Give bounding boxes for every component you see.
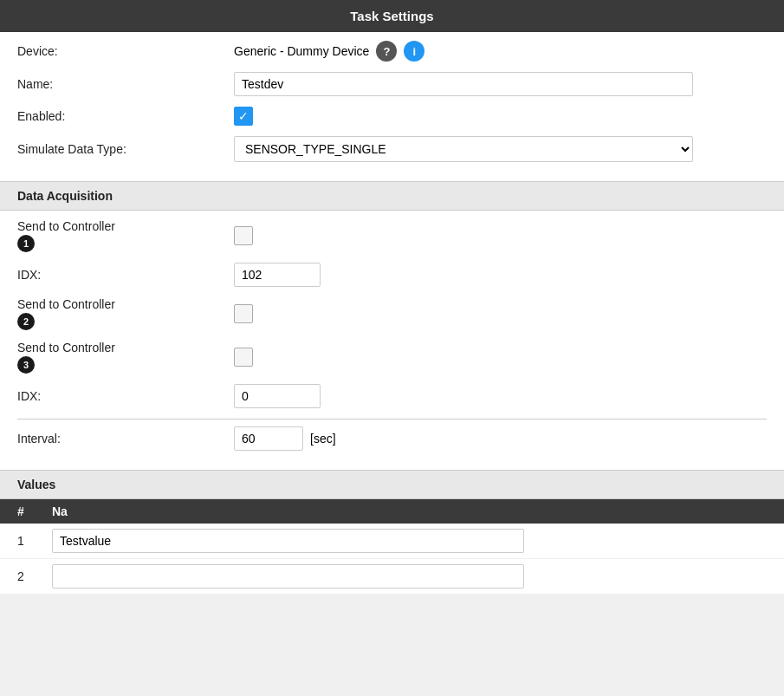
send3-row: Send to Controller 3: [17, 341, 767, 374]
simulate-data-type-select[interactable]: SENSOR_TYPE_SINGLE: [234, 136, 693, 162]
idx1-control: [234, 263, 321, 287]
simulate-data-type-control: SENSOR_TYPE_SINGLE: [234, 136, 693, 162]
send3-label-inner: Send to Controller 3: [17, 341, 234, 374]
question-icon[interactable]: ?: [376, 41, 397, 62]
send1-row: Send to Controller 1: [17, 219, 767, 252]
col-name-header: Na: [52, 504, 767, 518]
send1-checkbox[interactable]: [234, 226, 253, 245]
values-row-2: 2: [0, 559, 784, 595]
idx1-label: IDX:: [17, 268, 234, 282]
data-acquisition-section: Send to Controller 1 IDX: Send to Contro…: [0, 211, 784, 470]
values-table-header: # Na: [0, 499, 784, 524]
idx1-row: IDX:: [17, 263, 767, 287]
send3-control: [234, 348, 253, 367]
data-acquisition-header: Data Acquisition: [0, 181, 784, 211]
row-num-2: 2: [17, 569, 52, 583]
idx2-row: IDX:: [17, 384, 767, 408]
send2-control: [234, 304, 253, 323]
interval-input[interactable]: [234, 426, 303, 451]
name-row: Name:: [17, 72, 767, 96]
interval-unit: [sec]: [310, 432, 336, 446]
title-bar: Task Settings: [0, 0, 784, 32]
send2-badge: 2: [17, 313, 35, 330]
idx2-control: [234, 384, 321, 408]
name-control-area: [234, 72, 693, 96]
name-label: Name:: [17, 77, 234, 91]
row-num-1: 1: [17, 534, 52, 548]
device-row: Device: Generic - Dummy Device ? i: [17, 41, 767, 62]
checkmark-icon: ✓: [238, 109, 249, 123]
send1-label-inner: Send to Controller 1: [17, 219, 234, 252]
info-icon[interactable]: i: [404, 41, 424, 62]
name-input[interactable]: [234, 72, 693, 96]
interval-label: Interval:: [17, 432, 234, 446]
send2-row: Send to Controller 2: [17, 297, 767, 330]
device-control-area: Generic - Dummy Device ? i: [234, 41, 424, 62]
send3-label-block: Send to Controller 3: [17, 341, 234, 374]
device-label: Device:: [17, 44, 234, 58]
form-section: Device: Generic - Dummy Device ? i Name:…: [0, 32, 784, 181]
values-row-1: 1: [0, 524, 784, 559]
send1-badge: 1: [17, 235, 35, 252]
send2-text: Send to Controller: [17, 297, 234, 311]
send3-checkbox[interactable]: [234, 348, 253, 367]
enabled-checkbox[interactable]: ✓: [234, 107, 253, 126]
send1-control: [234, 226, 253, 245]
idx2-input[interactable]: [234, 384, 321, 408]
send2-label-inner: Send to Controller 2: [17, 297, 234, 330]
send3-text: Send to Controller: [17, 341, 234, 355]
simulate-data-type-label: Simulate Data Type:: [17, 142, 234, 156]
value-input-1[interactable]: [52, 529, 524, 553]
interval-row: Interval: [sec]: [17, 426, 767, 451]
send2-checkbox[interactable]: [234, 304, 253, 323]
main-content: Device: Generic - Dummy Device ? i Name:…: [0, 32, 784, 595]
interval-control: [sec]: [234, 426, 336, 451]
simulate-data-type-row: Simulate Data Type: SENSOR_TYPE_SINGLE: [17, 136, 767, 162]
value-input-2[interactable]: [52, 564, 524, 589]
enabled-label: Enabled:: [17, 109, 234, 123]
enabled-row: Enabled: ✓: [17, 107, 767, 126]
values-section-header: Values: [0, 470, 784, 499]
send2-label-block: Send to Controller 2: [17, 297, 234, 330]
enabled-control-area: ✓: [234, 107, 253, 126]
idx1-input[interactable]: [234, 263, 321, 287]
send3-badge: 3: [17, 356, 35, 374]
send1-label-block: Send to Controller 1: [17, 219, 234, 252]
device-value: Generic - Dummy Device: [234, 44, 369, 58]
title-text: Task Settings: [350, 9, 433, 23]
section-divider: [17, 419, 767, 420]
idx2-label: IDX:: [17, 389, 234, 403]
send1-text: Send to Controller: [17, 219, 234, 233]
col-hash-header: #: [17, 504, 52, 518]
